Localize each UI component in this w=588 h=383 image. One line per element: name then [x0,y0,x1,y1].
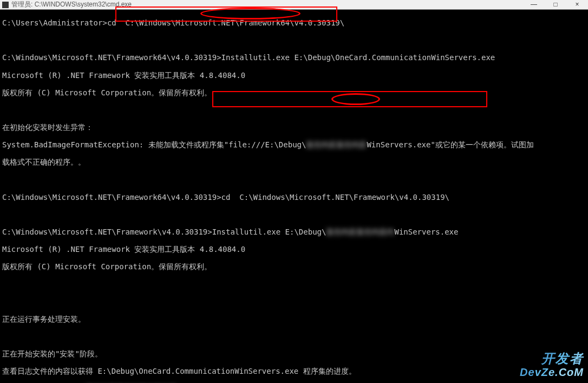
output-line: 在初始化安装时发生异常： [2,123,586,132]
output-text: C:\Windows\Microsoft.NET\Framework\v4.0.… [2,228,326,236]
maximize-button[interactable]: □ [545,0,566,10]
output-text: WinServers.exe [394,228,458,236]
blank-line [2,176,586,184]
blank-line [2,280,586,289]
blank-line [2,210,586,219]
blank-line [2,106,586,114]
output-line: C:\Windows\Microsoft.NET\Framework64\v4.… [2,53,586,62]
terminal-output[interactable]: C:\Users\Administrator>cd C:\Windows\Mic… [0,10,588,383]
blank-line [2,297,586,306]
blank-line [2,332,586,341]
blank-line [2,36,586,44]
prompt: C:\Windows\Microsoft.NET\Framework64\v4.… [2,193,221,202]
redacted-text: 某些内容某些内容内 [326,228,394,236]
cmd-icon [2,2,9,8]
redacted-text: 某些内容某些内容 [306,140,367,149]
output-line: 版权所有 (C) Microsoft Corporation。保留所有权利。 [2,88,586,97]
output-line: 查看日志文件的内容以获得 E:\Debug\OneCard.Communicat… [2,367,586,375]
minimize-button[interactable]: — [523,0,545,10]
output-line: Microsoft (R) .NET Framework 安装实用工具版本 4.… [2,245,586,254]
output-text: WinServers.exe"或它的某一个依赖项。试图加 [367,140,533,149]
output-line: 正在开始安装的"安装"阶段。 [2,349,586,358]
prompt: C:\Users\Administrator> [2,18,107,27]
window-title: 管理员: C:\WINDOWS\system32\cmd.exe [11,1,523,9]
cmd-text: cd C:\Windows\Microsoft.NET\Framework\v4… [221,193,449,202]
output-line: 载格式不正确的程序。。 [2,158,586,166]
output-line: 版权所有 (C) Microsoft Corporation。保留所有权利。 [2,262,586,271]
output-text: System.BadImageFormatException: 未能加载文件或程… [2,140,306,149]
output-line: Microsoft (R) .NET Framework 安装实用工具版本 4.… [2,71,586,80]
titlebar: 管理员: C:\WINDOWS\system32\cmd.exe — □ × [0,0,588,10]
cmd-text: cd C:\Windows\Microsoft.NET\Framework64\… [107,18,344,27]
output-line: 正在运行事务处理安装。 [2,315,586,323]
close-button[interactable]: × [566,0,588,10]
